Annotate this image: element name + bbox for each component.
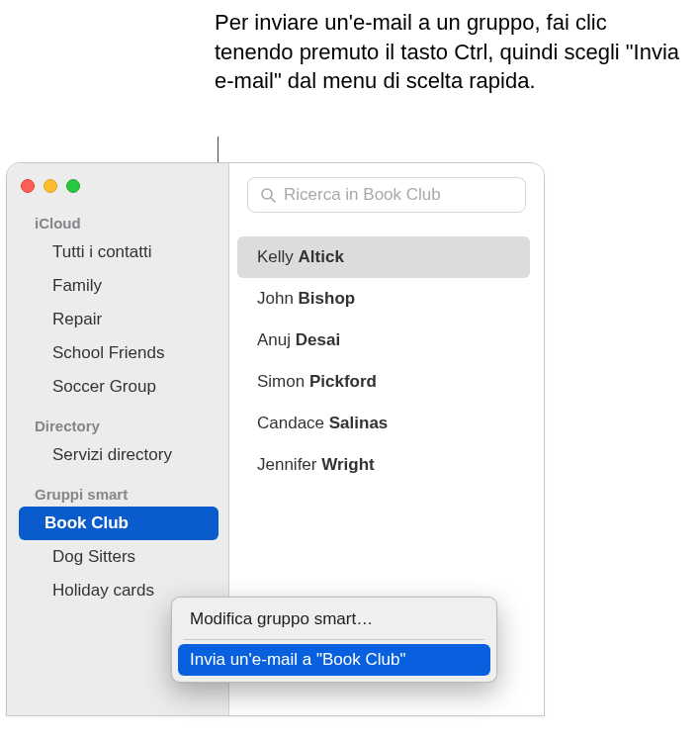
context-menu-item[interactable]: Invia un'e-mail a "Book Club"	[178, 644, 490, 676]
svg-line-1	[271, 198, 275, 202]
search-field[interactable]	[247, 177, 526, 213]
sidebar-item[interactable]: Repair	[15, 303, 220, 336]
sidebar-item[interactable]: School Friends	[15, 336, 220, 370]
sidebar-item[interactable]: Tutti i contatti	[15, 235, 220, 269]
sidebar-item[interactable]: Book Club	[19, 507, 219, 540]
sidebar-item[interactable]: Dog Sitters	[15, 540, 220, 574]
search-input[interactable]	[284, 185, 513, 205]
sidebar-section-header: Directory	[7, 412, 228, 438]
sidebar-item[interactable]: Servizi directory	[15, 438, 220, 472]
context-menu-item[interactable]: Modifica gruppo smart…	[178, 603, 490, 635]
contact-last-name: Salinas	[329, 414, 389, 432]
context-menu: Modifica gruppo smart…Invia un'e-mail a …	[171, 597, 497, 683]
contact-first-name: Anuj	[257, 330, 296, 349]
contact-last-name: Bishop	[299, 289, 356, 308]
contact-last-name: Altick	[299, 247, 344, 266]
sidebar-item[interactable]: Family	[15, 269, 220, 303]
close-window-button[interactable]	[21, 179, 35, 193]
contact-list: Kelly AltickJohn BishopAnuj DesaiSimon P…	[229, 236, 544, 486]
contact-first-name: John	[257, 289, 299, 308]
window-controls	[7, 173, 228, 209]
fullscreen-window-button[interactable]	[66, 179, 80, 193]
contact-row[interactable]: John Bishop	[237, 278, 530, 320]
contact-row[interactable]: Kelly Altick	[237, 236, 530, 278]
contact-first-name: Kelly	[257, 247, 299, 266]
sidebar-item[interactable]: Soccer Group	[15, 370, 220, 404]
minimize-window-button[interactable]	[44, 179, 57, 193]
contact-last-name: Pickford	[309, 372, 377, 391]
contact-last-name: Wright	[321, 455, 375, 474]
contact-row[interactable]: Simon Pickford	[237, 361, 530, 403]
help-callout: Per inviare un'e-mail a un gruppo, fai c…	[215, 8, 689, 96]
sidebar-section-header: Gruppi smart	[7, 480, 228, 507]
contact-last-name: Desai	[296, 330, 340, 349]
search-icon	[260, 187, 276, 203]
contact-row[interactable]: Jennifer Wright	[237, 444, 530, 486]
contact-row[interactable]: Anuj Desai	[237, 320, 530, 361]
sidebar-section-header: iCloud	[7, 209, 228, 235]
contact-first-name: Jennifer	[257, 455, 321, 474]
contact-row[interactable]: Candace Salinas	[237, 403, 530, 444]
contact-first-name: Candace	[257, 414, 329, 432]
contact-first-name: Simon	[257, 372, 309, 391]
menu-separator	[184, 639, 484, 640]
